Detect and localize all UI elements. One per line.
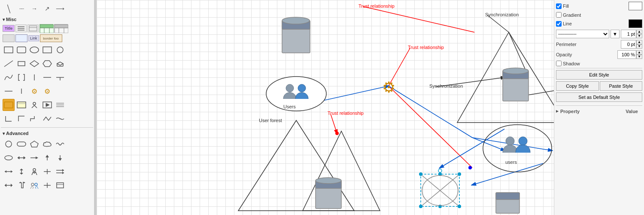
shape-arrow2[interactable]: ↗ — [41, 3, 53, 15]
svg-line-93 — [440, 129, 504, 168]
line-label[interactable]: Line — [556, 21, 572, 27]
table-variant3[interactable]: border foo — [40, 34, 62, 42]
shape-arrow1[interactable]: → — [28, 3, 40, 15]
adv-shape-cross[interactable] — [41, 166, 53, 178]
shape-arrow3[interactable]: ⟶ — [54, 3, 66, 15]
table-icon-green[interactable] — [39, 24, 53, 33]
title-shape[interactable]: Title — [3, 25, 15, 32]
line-style-dropdown[interactable]: ────── - - - - · · · · — [556, 30, 609, 38]
shape-rect-rounded[interactable] — [15, 44, 27, 56]
svg-point-73 — [35, 183, 37, 186]
shape-curved[interactable] — [54, 113, 66, 125]
table-icon-gray[interactable] — [54, 24, 68, 33]
shape-dashed[interactable]: ╌╌ — [15, 3, 27, 15]
adv-shape-cloud[interactable] — [41, 138, 53, 150]
adv-shape-circle[interactable] — [3, 138, 15, 150]
shape-diamond[interactable] — [28, 58, 40, 70]
adv-shape-cross2[interactable] — [41, 179, 53, 191]
adv-shape-rect-rounded[interactable] — [15, 138, 27, 150]
svg-marker-43 — [30, 141, 38, 147]
main-canvas[interactable]: ⚙ Trust relati — [97, 0, 554, 215]
adv-person2[interactable] — [28, 179, 40, 191]
shape-hexagon[interactable] — [41, 58, 53, 70]
opacity-down[interactable]: ▼ — [636, 55, 642, 59]
gradient-label[interactable]: Gradient — [556, 12, 581, 18]
adv-shape-ellipse2[interactable] — [3, 152, 15, 164]
basic-shapes-row4: ⚙ ⚙ — [1, 84, 93, 98]
shadow-label[interactable]: Shadow — [556, 61, 580, 66]
shape-circle[interactable] — [54, 44, 66, 56]
gradient-checkbox[interactable] — [556, 12, 562, 18]
line-width-input[interactable] — [621, 30, 636, 38]
adv-shape-bi-arrow[interactable] — [3, 179, 15, 191]
shape-rect[interactable] — [3, 44, 15, 56]
perimeter-down[interactable]: ▼ — [636, 44, 642, 49]
shape-hline2[interactable] — [3, 85, 15, 97]
shape-gear2[interactable]: ⚙ — [41, 85, 53, 97]
adv-shape-arrows2[interactable] — [3, 166, 15, 178]
shape-diagonal1[interactable]: ╱ — [0, 0, 17, 17]
adv-shape-rect3[interactable] — [54, 179, 66, 191]
shape-corner[interactable] — [15, 113, 27, 125]
adv-shape-person[interactable] — [28, 166, 40, 178]
fill-checkbox[interactable] — [556, 3, 562, 9]
list-icon2[interactable] — [27, 25, 39, 32]
shape-rect-small[interactable] — [15, 58, 27, 70]
link-shape[interactable]: Link — [28, 35, 39, 41]
adv-shape-double-arrow[interactable] — [54, 166, 66, 178]
line-color-swatch[interactable] — [629, 19, 642, 28]
misc-section-header[interactable]: Misc — [1, 15, 93, 23]
shadow-checkbox[interactable] — [556, 61, 562, 66]
shape-pipe[interactable] — [28, 71, 40, 83]
shape-actor[interactable] — [28, 99, 40, 111]
shape-lbracket[interactable] — [3, 113, 15, 125]
table-variant-row: Link border foo — [1, 34, 93, 43]
shape-play[interactable] — [41, 99, 53, 111]
table-variant1[interactable] — [3, 34, 15, 42]
shape-film[interactable] — [3, 99, 15, 111]
shape-line-diag[interactable] — [3, 58, 15, 70]
shape-zigzag[interactable] — [41, 113, 53, 125]
svg-marker-53 — [58, 158, 62, 161]
advanced-section-header[interactable]: Advanced — [1, 129, 93, 137]
shape-bracket[interactable] — [15, 71, 27, 83]
line-width-up[interactable]: ▲ — [636, 30, 642, 34]
adv-shape-arrows-ud[interactable] — [15, 166, 27, 178]
shape-step[interactable] — [28, 113, 40, 125]
adv-shape-pentagon[interactable] — [28, 138, 40, 150]
adv-shape-arrow-down[interactable] — [54, 152, 66, 164]
adv-shape-wave[interactable] — [54, 138, 66, 150]
line-style-btn[interactable]: ▼ — [611, 30, 620, 38]
line-checkbox[interactable] — [556, 21, 562, 27]
adv-shape-arrow-up[interactable] — [41, 152, 53, 164]
paste-style-button[interactable]: Paste Style — [600, 81, 643, 91]
opacity-up[interactable]: ▲ — [636, 50, 642, 55]
shape-lines[interactable] — [54, 99, 66, 111]
line-width-input-wrap: ▲ ▼ — [621, 30, 642, 38]
shape-note[interactable] — [15, 99, 27, 111]
shape-arc[interactable] — [3, 71, 15, 83]
shape-gear1[interactable]: ⚙ — [28, 85, 40, 97]
svg-text:⚙: ⚙ — [382, 79, 395, 95]
set-default-style-button[interactable]: Set as Default Style — [556, 92, 642, 102]
copy-style-button[interactable]: Copy Style — [556, 81, 599, 91]
shape-tee[interactable] — [54, 71, 66, 83]
shape-vline[interactable] — [15, 85, 27, 97]
adv-shape-up2[interactable] — [15, 179, 27, 191]
perimeter-up[interactable]: ▲ — [636, 40, 642, 44]
adv-shape-arrows-lr[interactable] — [15, 152, 27, 164]
fill-label[interactable]: Fill — [556, 3, 569, 9]
perimeter-input[interactable] — [621, 40, 636, 49]
svg-line-83 — [487, 15, 509, 32]
shape-3d-box[interactable] — [54, 58, 66, 70]
adv-shape-arrow-r[interactable] — [28, 152, 40, 164]
opacity-input[interactable] — [617, 50, 636, 59]
shape-ellipse[interactable] — [28, 44, 40, 56]
shape-hline[interactable] — [41, 71, 53, 83]
table-variant2[interactable] — [15, 34, 27, 42]
list-icon1[interactable] — [15, 25, 27, 32]
line-width-down[interactable]: ▼ — [636, 34, 642, 38]
shape-rect2[interactable] — [41, 44, 53, 56]
edit-style-button[interactable]: Edit Style — [556, 70, 642, 80]
fill-color-swatch[interactable] — [629, 2, 642, 10]
